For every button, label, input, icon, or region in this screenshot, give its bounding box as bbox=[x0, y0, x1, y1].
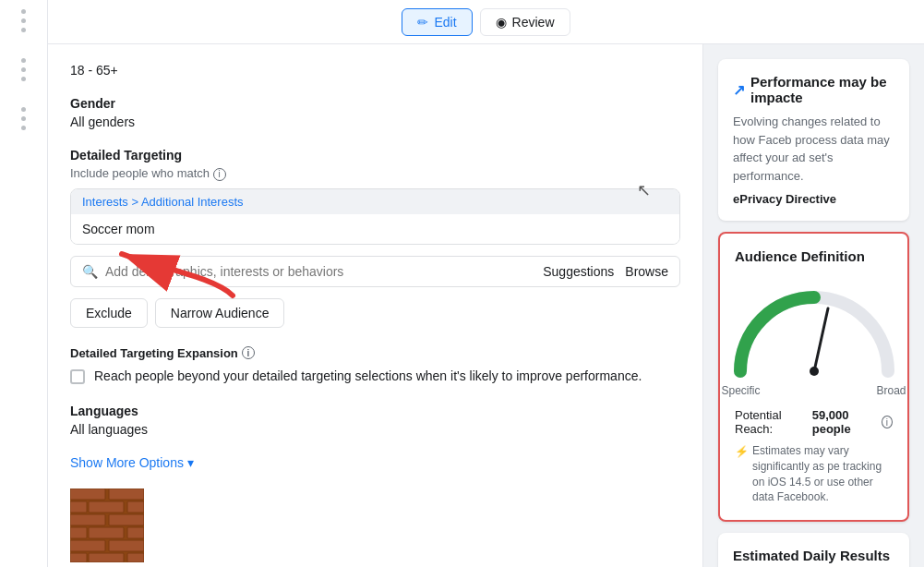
edit-tab-label: Edit bbox=[434, 15, 456, 30]
expansion-label: Detailed Targeting Expansion i bbox=[70, 346, 680, 360]
include-people-label: Include people who match i bbox=[70, 166, 680, 181]
expansion-text: Reach people beyond your detailed target… bbox=[94, 368, 642, 386]
review-tab-label: Review bbox=[512, 15, 555, 30]
gauge-container: Specific Broad bbox=[735, 279, 893, 397]
languages-value: All languages bbox=[70, 422, 680, 437]
detailed-targeting-label: Detailed Targeting bbox=[70, 148, 680, 163]
svg-rect-12 bbox=[109, 540, 144, 551]
sidebar-dot bbox=[21, 18, 26, 23]
show-more-options[interactable]: Show More Options ▾ bbox=[70, 455, 680, 470]
targeting-buttons-row: Exclude Narrow Audience bbox=[70, 298, 680, 328]
content-columns: 18 - 65+ Gender All genders Detailed Tar… bbox=[48, 44, 924, 567]
audience-definition-title: Audience Definition bbox=[735, 248, 893, 264]
include-people-info-icon[interactable]: i bbox=[213, 168, 226, 181]
brick-wall-image bbox=[70, 489, 144, 562]
gender-label: Gender bbox=[70, 96, 680, 111]
sidebar-dots-group-1 bbox=[21, 9, 26, 32]
age-range-value: 18 - 65+ bbox=[70, 63, 680, 78]
show-more-arrow-icon: ▾ bbox=[187, 455, 194, 470]
lightning-icon: ⚡ bbox=[735, 444, 749, 460]
svg-rect-2 bbox=[109, 489, 144, 500]
audience-definition-card: Audience Definition bbox=[718, 232, 909, 522]
interests-breadcrumb-link[interactable]: Interests > Additional Interests bbox=[82, 195, 244, 209]
sidebar-dot bbox=[21, 28, 26, 32]
soccer-mom-tag: Soccer mom bbox=[71, 214, 679, 244]
sidebar-dot bbox=[21, 126, 26, 130]
age-section: 18 - 65+ bbox=[70, 63, 680, 78]
sidebar-dot bbox=[21, 9, 26, 14]
main-content: ✏ Edit ◉ Review 18 - 65+ Gender All gend… bbox=[48, 0, 924, 567]
eprivacy-link[interactable]: ePrivacy Directive bbox=[733, 192, 894, 206]
exclude-button[interactable]: Exclude bbox=[70, 298, 148, 328]
sidebar-dots-group-2 bbox=[21, 58, 26, 81]
sidebar-dot bbox=[21, 67, 26, 72]
svg-rect-10 bbox=[70, 527, 87, 538]
potential-reach: Potential Reach: 59,000 people i bbox=[735, 408, 893, 436]
detailed-targeting-section: Detailed Targeting Include people who ma… bbox=[70, 148, 680, 328]
show-more-label: Show More Options bbox=[70, 455, 184, 470]
estimates-text: ⚡ Estimates may vary significantly as pe… bbox=[735, 443, 893, 505]
svg-rect-3 bbox=[89, 501, 124, 513]
sidebar-dot bbox=[21, 107, 26, 112]
search-input[interactable] bbox=[105, 264, 535, 279]
suggestions-link[interactable]: Suggestions bbox=[543, 264, 614, 279]
svg-line-16 bbox=[814, 308, 828, 371]
edit-icon: ✏ bbox=[417, 15, 428, 30]
review-tab[interactable]: ◉ Review bbox=[480, 8, 570, 36]
daily-results-card: Estimated Daily Results Based on 7-day c… bbox=[718, 533, 909, 567]
sidebar-dot bbox=[21, 58, 26, 63]
search-bar: 🔍 Suggestions Browse bbox=[70, 256, 680, 287]
edit-tab[interactable]: ✏ Edit bbox=[402, 8, 472, 36]
svg-rect-4 bbox=[127, 501, 144, 513]
targeting-header: Interests > Additional Interests bbox=[71, 189, 679, 214]
expansion-checkbox[interactable] bbox=[70, 369, 85, 384]
svg-rect-7 bbox=[109, 514, 144, 525]
svg-rect-5 bbox=[70, 501, 87, 513]
sidebar bbox=[0, 0, 48, 567]
svg-rect-11 bbox=[70, 540, 105, 551]
gender-section: Gender All genders bbox=[70, 96, 680, 129]
broad-label: Broad bbox=[876, 384, 906, 397]
svg-rect-6 bbox=[70, 514, 105, 525]
potential-reach-label: Potential Reach: bbox=[735, 408, 809, 436]
form-column: 18 - 65+ Gender All genders Detailed Tar… bbox=[48, 44, 703, 567]
browse-link[interactable]: Browse bbox=[625, 264, 668, 279]
targeting-box: Interests > Additional Interests Soccer … bbox=[70, 188, 680, 245]
performance-card: ↗ Performance may be impacte Evolving ch… bbox=[718, 59, 909, 221]
potential-reach-value: 59,000 people bbox=[812, 408, 878, 436]
svg-rect-8 bbox=[89, 527, 124, 538]
svg-rect-9 bbox=[127, 527, 144, 538]
svg-point-17 bbox=[810, 367, 819, 376]
search-icon: 🔍 bbox=[82, 264, 98, 279]
potential-reach-info-icon[interactable]: i bbox=[882, 416, 893, 428]
sidebar-dots-group-3 bbox=[21, 107, 26, 130]
specific-label: Specific bbox=[722, 384, 761, 397]
sidebar-dot bbox=[21, 77, 26, 81]
gauge-svg bbox=[722, 279, 906, 380]
svg-rect-14 bbox=[70, 553, 87, 562]
svg-rect-15 bbox=[127, 553, 144, 562]
expansion-row: Reach people beyond your detailed target… bbox=[70, 368, 680, 386]
gender-value: All genders bbox=[70, 115, 680, 129]
languages-label: Languages bbox=[70, 404, 680, 418]
gauge-labels: Specific Broad bbox=[722, 384, 906, 397]
targeting-expansion-section: Detailed Targeting Expansion i Reach peo… bbox=[70, 346, 680, 386]
narrow-audience-button[interactable]: Narrow Audience bbox=[155, 298, 285, 328]
search-actions: Suggestions Browse bbox=[543, 264, 668, 279]
top-bar: ✏ Edit ◉ Review bbox=[48, 0, 924, 44]
daily-results-title: Estimated Daily Results bbox=[733, 548, 894, 563]
sidebar-dot bbox=[21, 116, 26, 121]
svg-rect-13 bbox=[89, 553, 124, 562]
expansion-info-icon[interactable]: i bbox=[242, 346, 255, 359]
review-icon: ◉ bbox=[496, 15, 507, 30]
languages-section: Languages All languages bbox=[70, 404, 680, 437]
right-panel: ↗ Performance may be impacte Evolving ch… bbox=[703, 44, 924, 567]
performance-title: ↗ Performance may be impacte bbox=[733, 74, 894, 105]
svg-rect-1 bbox=[70, 489, 105, 500]
performance-text: Evolving changes related to how Faceb pr… bbox=[733, 113, 894, 185]
trend-icon: ↗ bbox=[733, 81, 745, 99]
